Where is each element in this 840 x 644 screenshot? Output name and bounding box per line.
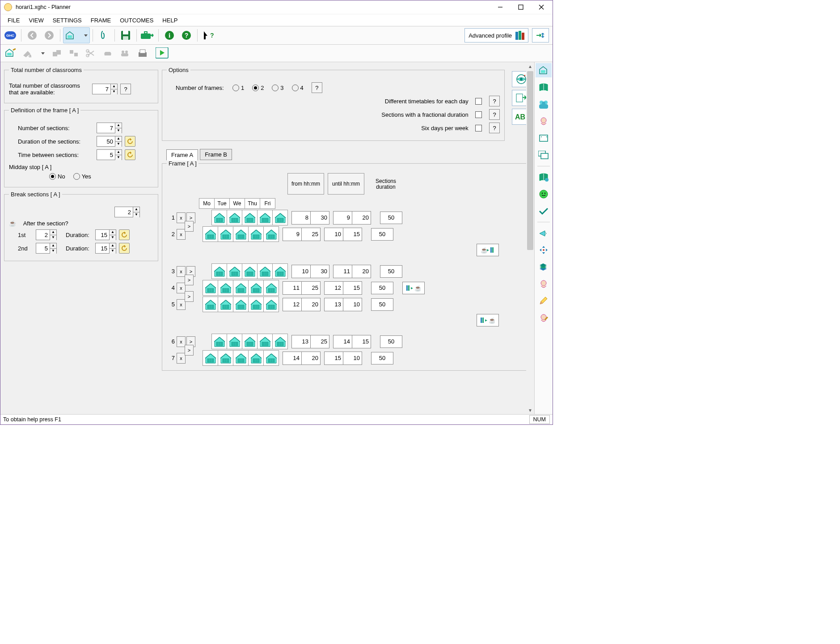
period-cell[interactable] (249, 280, 264, 296)
side-books[interactable] (536, 260, 552, 274)
row-delete[interactable]: x (177, 229, 186, 240)
from-time[interactable] (291, 335, 329, 348)
period-cell[interactable] (218, 280, 233, 296)
puzzle1-button[interactable] (49, 45, 65, 61)
side-smiley[interactable] (536, 187, 552, 201)
period-cell[interactable] (249, 226, 264, 242)
numframes-2[interactable]: 2 (252, 85, 264, 91)
period-cell[interactable] (257, 263, 273, 279)
menu-file[interactable]: FILE (3, 15, 24, 25)
period-cell[interactable] (233, 280, 249, 296)
help-button[interactable] (178, 27, 194, 43)
period-cell[interactable] (203, 297, 218, 312)
side-check[interactable] (536, 204, 552, 218)
menu-help[interactable]: HELP (158, 15, 182, 25)
break-indicator[interactable] (477, 244, 499, 256)
side-people[interactable] (536, 97, 552, 111)
between-spin[interactable]: ▲▼ (97, 149, 122, 160)
row-delete[interactable]: x (177, 212, 186, 223)
side-horn[interactable] (536, 226, 552, 240)
from-time[interactable] (283, 281, 321, 295)
menu-frame[interactable]: FRAME (86, 15, 116, 25)
period-cell[interactable] (249, 350, 264, 366)
profile-box[interactable]: Advanced profile (464, 28, 528, 42)
period-cell[interactable] (233, 297, 249, 312)
from-time[interactable] (283, 298, 321, 311)
nav-back-button[interactable] (24, 27, 40, 43)
period-cell[interactable] (264, 280, 279, 296)
side-bookgroup[interactable] (536, 170, 552, 184)
period-cell[interactable] (211, 334, 227, 349)
numframes-3[interactable]: 3 (272, 85, 283, 91)
tab-frame-a[interactable]: Frame A (166, 149, 198, 161)
side-screens[interactable] (536, 148, 552, 162)
row-delete[interactable]: x (177, 299, 186, 310)
until-time[interactable] (333, 211, 371, 225)
until-time[interactable] (324, 281, 362, 295)
info-button[interactable] (161, 27, 177, 43)
until-time[interactable] (324, 298, 362, 311)
section-duration-spin[interactable]: ▲▼ (97, 136, 122, 147)
break1-dur-spin[interactable]: ▲▼ (95, 229, 116, 240)
attach-button[interactable] (96, 27, 112, 43)
side-board[interactable] (536, 131, 552, 145)
row-delete[interactable]: x (177, 266, 186, 277)
side-head2[interactable] (536, 277, 552, 291)
period-cell[interactable] (227, 263, 242, 279)
row-expand[interactable]: > (185, 275, 194, 285)
from-time[interactable] (291, 211, 329, 225)
until-time[interactable] (324, 352, 362, 365)
menu-settings[interactable]: SETTINGS (48, 15, 86, 25)
close-button[interactable] (531, 0, 552, 14)
period-cell[interactable] (264, 350, 279, 366)
row-delete[interactable]: x (177, 336, 186, 347)
home-dropdown[interactable] (63, 27, 90, 43)
period-cell[interactable] (203, 226, 218, 242)
break-indicator[interactable] (477, 314, 499, 326)
export-button[interactable] (139, 27, 156, 43)
save-button[interactable] (118, 27, 134, 43)
period-cell[interactable] (227, 210, 242, 225)
period-cell[interactable] (264, 297, 279, 312)
period-cell[interactable] (264, 226, 279, 242)
period-cell[interactable] (203, 350, 218, 366)
side-book[interactable] (536, 80, 552, 94)
fractional-check[interactable] (475, 111, 482, 118)
period-cell[interactable] (233, 226, 249, 242)
menu-view[interactable]: VIEW (24, 15, 48, 25)
puzzle2-button[interactable] (66, 45, 82, 61)
diff-help[interactable]: ? (489, 96, 500, 106)
profile-arrows-button[interactable] (532, 28, 549, 42)
scissors-button[interactable] (83, 45, 99, 61)
vertical-scrollbar[interactable]: ▲ ▼ (526, 62, 534, 414)
between-refresh[interactable] (125, 149, 135, 160)
menu-outcomes[interactable]: OUTCOMES (115, 15, 158, 25)
period-cell[interactable] (257, 334, 273, 349)
break2-refresh[interactable] (119, 243, 130, 254)
side-home[interactable] (536, 63, 552, 77)
period-cell[interactable] (203, 280, 218, 296)
period-cell[interactable] (242, 210, 257, 225)
classrooms-spin[interactable]: ▲▼ (92, 84, 118, 94)
row-delete[interactable]: x (177, 353, 186, 364)
break-indicator[interactable] (402, 282, 425, 294)
row-delete[interactable]: x (177, 283, 186, 293)
row-expand[interactable]: > (185, 221, 194, 232)
period-cell[interactable] (218, 226, 233, 242)
period-cell[interactable] (211, 263, 227, 279)
nav-fwd-button[interactable] (41, 27, 57, 43)
sixday-help[interactable]: ? (489, 123, 500, 133)
side-pencil[interactable] (536, 294, 552, 308)
numframes-1[interactable]: 1 (232, 85, 244, 91)
tab-frame-b[interactable]: Frame B (200, 149, 232, 160)
until-time[interactable] (333, 265, 371, 278)
ghc-button[interactable] (2, 27, 18, 43)
period-cell[interactable] (218, 297, 233, 312)
diff-timetables-check[interactable] (475, 98, 482, 105)
num-sections-spin[interactable]: ▲▼ (97, 123, 122, 133)
period-cell[interactable] (257, 210, 273, 225)
period-cell[interactable] (273, 334, 288, 349)
midday-no-radio[interactable]: No (49, 173, 65, 180)
period-cell[interactable] (242, 334, 257, 349)
period-cell[interactable] (242, 263, 257, 279)
